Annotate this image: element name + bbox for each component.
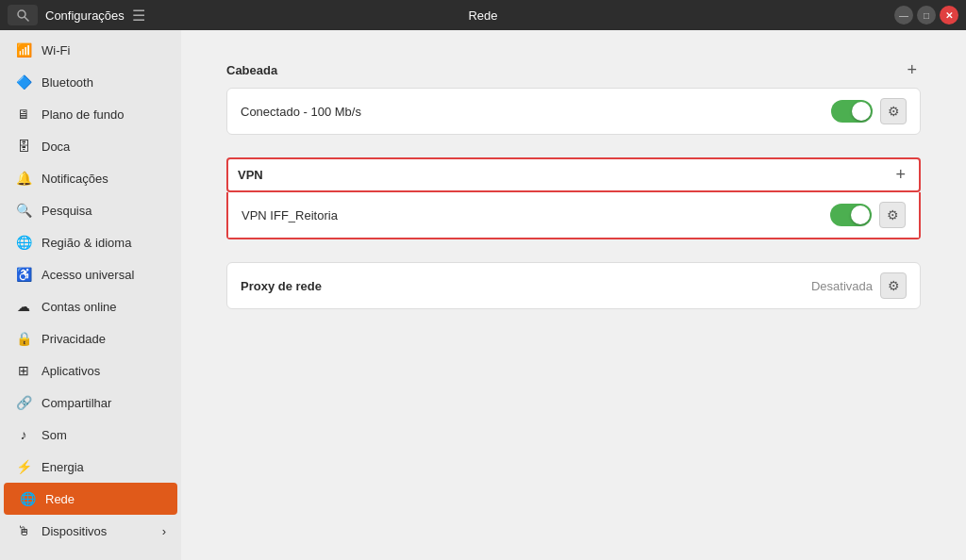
vpn-row: VPN IFF_Reitoria ⚙ [228, 192, 919, 238]
sidebar-item-dispositivos[interactable]: 🖱Dispositivos› [0, 515, 181, 547]
vpn-cards: VPN IFF_Reitoria ⚙ [226, 192, 921, 239]
notificacoes-icon: 🔔 [15, 170, 32, 187]
som-icon: ♪ [15, 426, 32, 443]
sidebar-item-aplicativos[interactable]: ⊞Aplicativos [0, 354, 181, 387]
vpn-toggle[interactable] [830, 204, 872, 226]
sidebar-item-label-pesquisa: Pesquisa [42, 204, 92, 218]
acesso-universal-icon: ♿ [15, 266, 32, 283]
regiao-idioma-icon: 🌐 [15, 234, 32, 251]
sidebar-item-label-compartilhar: Compartilhar [42, 396, 111, 410]
vpn-title: VPN [238, 168, 263, 182]
svg-line-1 [25, 17, 28, 21]
dispositivos-icon: 🖱 [15, 522, 32, 539]
vpn-section: VPN + VPN IFF_Reitoria ⚙ [226, 157, 921, 239]
sidebar-item-notificacoes[interactable]: 🔔Notificações [0, 162, 181, 194]
sidebar-item-compartilhar[interactable]: 🔗Compartilhar [0, 387, 181, 419]
cabeada-toggle[interactable] [831, 100, 873, 123]
wifi-icon: 📶 [15, 41, 32, 58]
chevron-right-icon: › [162, 524, 166, 538]
sidebar-item-privacidade[interactable]: 🔒Privacidade [0, 322, 181, 354]
cabeada-row: Conectado - 100 Mb/s ⚙ [227, 89, 920, 134]
minimize-button[interactable]: — [894, 6, 913, 25]
sidebar-item-label-som: Som [42, 428, 67, 442]
sidebar-item-label-plano-de-fundo: Plano de fundo [42, 107, 124, 122]
sidebar-item-label-dispositivos: Dispositivos [42, 524, 107, 538]
close-button[interactable]: ✕ [940, 6, 958, 25]
window-controls: — □ ✕ [894, 6, 958, 25]
contas-online-icon: ☁ [15, 298, 32, 315]
sidebar-item-label-privacidade: Privacidade [42, 332, 106, 346]
search-icon[interactable] [8, 5, 38, 25]
sidebar-item-acesso-universal[interactable]: ♿Acesso universal [0, 258, 181, 290]
app-title: Configurações [45, 8, 125, 23]
proxy-gear-button[interactable]: ⚙ [880, 272, 907, 299]
sidebar-item-plano-de-fundo[interactable]: 🖥Plano de fundo [0, 98, 181, 130]
proxy-title: Proxy de rede [241, 279, 322, 293]
sidebar-item-label-notificacoes: Notificações [42, 172, 108, 186]
cabeada-title: Cabeada [226, 63, 277, 77]
proxy-status: Desativada [811, 279, 873, 293]
vpn-connection-label: VPN IFF_Reitoria [242, 208, 338, 222]
main-layout: 📶Wi-Fi🔷Bluetooth🖥Plano de fundo🗄Doca🔔Not… [0, 30, 966, 560]
privacidade-icon: 🔒 [15, 330, 32, 347]
proxy-section: Proxy de rede Desativada ⚙ [226, 262, 921, 309]
vpn-header: VPN + [226, 157, 921, 192]
aplicativos-icon: ⊞ [15, 362, 32, 379]
sidebar-item-label-aplicativos: Aplicativos [42, 364, 100, 378]
rede-icon: 🌐 [19, 490, 36, 507]
bluetooth-icon: 🔷 [15, 74, 32, 91]
sidebar-item-wifi[interactable]: 📶Wi-Fi [0, 34, 181, 66]
cabeada-header: Cabeada + [226, 60, 921, 80]
sidebar-item-energia[interactable]: ⚡Energia [0, 451, 181, 483]
cabeada-add-button[interactable]: + [903, 60, 921, 80]
sidebar-item-label-wifi: Wi-Fi [42, 43, 70, 58]
vpn-actions: ⚙ [830, 202, 906, 228]
sidebar-item-doca[interactable]: 🗄Doca [0, 130, 181, 162]
sidebar-item-label-regiao-idioma: Região & idioma [42, 236, 131, 250]
cabeada-connection-label: Conectado - 100 Mb/s [241, 105, 361, 119]
cabeada-actions: ⚙ [831, 98, 907, 124]
sidebar-item-rede[interactable]: 🌐Rede [4, 483, 177, 515]
sidebar-item-pesquisa[interactable]: 🔍Pesquisa [0, 194, 181, 226]
doca-icon: 🗄 [15, 138, 32, 155]
titlebar-left: Configurações ☰ [8, 5, 145, 25]
vpn-card: VPN IFF_Reitoria ⚙ [228, 192, 919, 238]
proxy-row: Proxy de rede Desativada ⚙ [227, 263, 920, 308]
proxy-actions: Desativada ⚙ [811, 272, 907, 299]
sidebar-item-bluetooth[interactable]: 🔷Bluetooth [0, 66, 181, 98]
maximize-button[interactable]: □ [917, 6, 936, 25]
sidebar-item-label-bluetooth: Bluetooth [42, 75, 93, 90]
plano-de-fundo-icon: 🖥 [15, 106, 32, 123]
proxy-card: Proxy de rede Desativada ⚙ [226, 262, 921, 309]
compartilhar-icon: 🔗 [15, 394, 32, 411]
sidebar-item-label-energia: Energia [42, 460, 84, 474]
sidebar-item-label-acesso-universal: Acesso universal [42, 268, 134, 282]
content-area: Cabeada + Conectado - 100 Mb/s ⚙ VPN + [181, 30, 966, 560]
vpn-add-button[interactable]: + [891, 165, 909, 185]
cabeada-section: Cabeada + Conectado - 100 Mb/s ⚙ [226, 60, 921, 135]
sidebar-item-regiao-idioma[interactable]: 🌐Região & idioma [0, 226, 181, 258]
cabeada-gear-button[interactable]: ⚙ [880, 98, 907, 124]
vpn-gear-button[interactable]: ⚙ [879, 202, 906, 228]
sidebar: 📶Wi-Fi🔷Bluetooth🖥Plano de fundo🗄Doca🔔Not… [0, 30, 181, 560]
menu-icon[interactable]: ☰ [132, 7, 145, 25]
sidebar-item-contas-online[interactable]: ☁Contas online [0, 290, 181, 322]
titlebar: Configurações ☰ Rede — □ ✕ [0, 0, 966, 30]
cabeada-card: Conectado - 100 Mb/s ⚙ [226, 88, 921, 135]
sidebar-item-som[interactable]: ♪Som [0, 419, 181, 451]
energia-icon: ⚡ [15, 458, 32, 475]
sidebar-item-label-doca: Doca [42, 140, 70, 154]
sidebar-item-label-contas-online: Contas online [42, 300, 117, 314]
page-title: Rede [468, 8, 497, 23]
sidebar-item-label-rede: Rede [45, 492, 75, 506]
pesquisa-icon: 🔍 [15, 202, 32, 219]
